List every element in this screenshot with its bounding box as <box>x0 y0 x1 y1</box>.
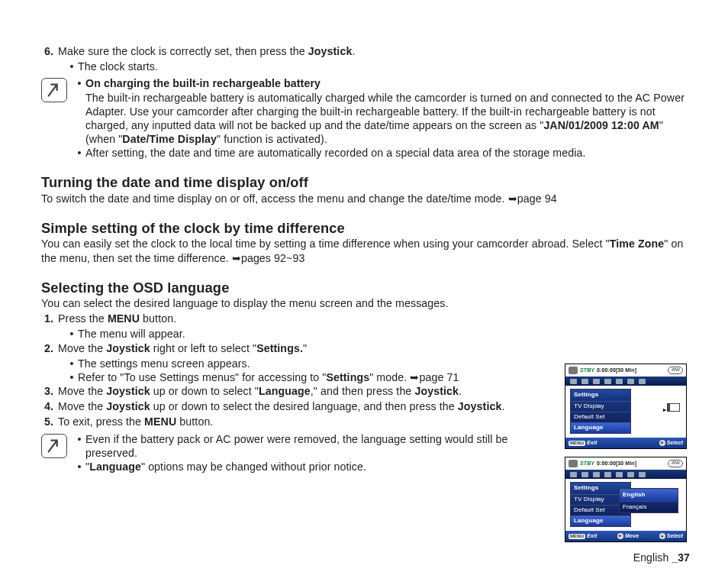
sec1-body: To switch the date and time display on o… <box>41 192 690 205</box>
osd-step-2: 2. Move the Joystick right or left to se… <box>41 341 556 355</box>
osd-step-5: 5. To exit, press the MENU button. <box>41 415 556 428</box>
heading-date-time-display: Turning the date and time display on/off <box>41 173 690 191</box>
figures: STBY 0:00:00[30 Min] -RW Settings TV Dis… <box>565 310 690 550</box>
step-6-bullet: • The clock starts. <box>41 60 690 73</box>
note-language: •Even if the battery pack or AC power we… <box>41 432 556 474</box>
sec3-intro: You can select the desired language to d… <box>41 296 690 310</box>
osd-step-3: 3. Move the Joystick up or down to selec… <box>41 384 556 398</box>
camera-icon <box>569 367 578 374</box>
sec2-body: You can easily set the clock to the loca… <box>41 237 690 264</box>
step-6: 6. Make sure the clock is correctly set,… <box>41 44 690 58</box>
step-text: Make sure the clock is correctly set, th… <box>58 44 690 58</box>
language-submenu: English Français <box>619 488 678 512</box>
step-num: 6. <box>41 44 58 58</box>
heading-time-difference: Simple setting of the clock by time diff… <box>41 219 690 237</box>
note-icon <box>41 78 67 102</box>
page-footer: English _37 <box>633 551 690 565</box>
language-indicator-icon: ▸ <box>663 401 681 415</box>
settings-menu: Settings TV Display Default Set Language <box>570 389 631 434</box>
osd-step-4: 4. Move the Joystick up or down to selec… <box>41 399 556 413</box>
note-icon <box>41 434 67 458</box>
note-battery: • On charging the built-in rechargeable … <box>41 76 690 160</box>
screen-language-submenu: STBY 0:00:00[30 Min] -RW Settings TV Dis… <box>565 457 687 542</box>
camera-icon <box>569 460 578 467</box>
osd-step-1: 1. Press the MENU button. <box>41 312 556 325</box>
heading-osd-language: Selecting the OSD language <box>41 279 690 296</box>
manual-page: 6. Make sure the clock is correctly set,… <box>0 0 728 585</box>
screen-settings-language: STBY 0:00:00[30 Min] -RW Settings TV Dis… <box>565 364 687 449</box>
